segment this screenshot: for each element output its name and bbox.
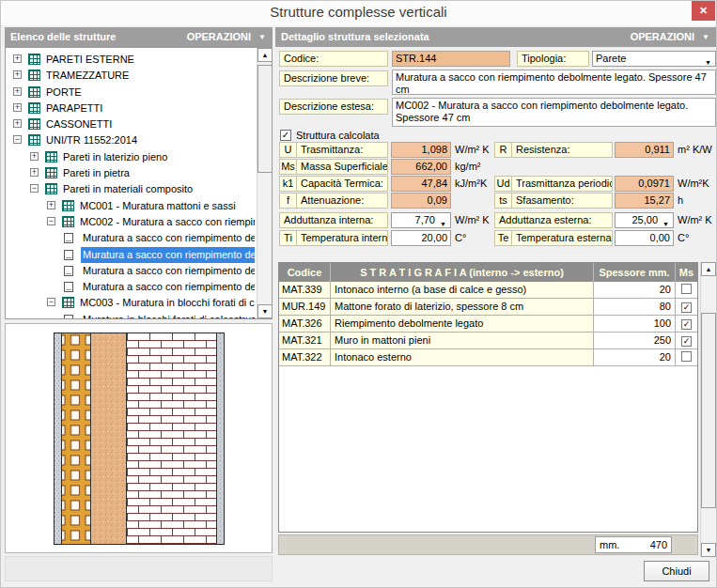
collapse-icon[interactable]: − bbox=[47, 217, 55, 225]
expand-icon[interactable]: + bbox=[47, 201, 55, 209]
temperatura-esterna-field[interactable]: 0,00 bbox=[615, 230, 674, 246]
table-scrollbar-thumb[interactable] bbox=[701, 313, 716, 508]
scroll-down-icon[interactable]: ▼ bbox=[257, 304, 273, 318]
header-codice: Codice bbox=[279, 263, 331, 282]
table-row[interactable]: MAT.321Muro in mattoni pieni250✓ bbox=[279, 333, 697, 349]
cell-ms bbox=[676, 282, 697, 298]
cell-ms: ✓ bbox=[676, 316, 697, 332]
right-operations-button[interactable]: OPERAZIONI▼ bbox=[631, 27, 709, 48]
stratigrafia-table: Codice S T R A T I G R A F I A (interno … bbox=[278, 262, 698, 533]
tree-leaf-item[interactable]: Muratura a sacco con riempimento deb bbox=[6, 247, 256, 263]
expand-icon[interactable]: + bbox=[30, 152, 39, 161]
tree-group-item[interactable]: +MC001 - Muratura mattoni e sassi bbox=[6, 198, 256, 214]
tree-leaf-item[interactable]: Muratura in blocchi forati di calcestruz… bbox=[6, 312, 256, 318]
tree-item-label: Pareti in pietra bbox=[61, 165, 255, 181]
tree-item-label: CASSONETTI bbox=[44, 116, 255, 132]
expand-icon[interactable]: + bbox=[13, 103, 22, 112]
ms-checkbox[interactable] bbox=[681, 351, 692, 362]
close-icon[interactable]: ✕ bbox=[692, 1, 715, 21]
expand-icon[interactable]: + bbox=[30, 168, 39, 177]
expand-icon[interactable]: + bbox=[13, 70, 22, 79]
unit-label: m² K/W bbox=[678, 142, 712, 158]
cell-descrizione: Muro in mattoni pieni bbox=[331, 333, 594, 348]
temperatura-interna-label: Ti Temperatura interna: bbox=[279, 230, 388, 246]
layer-icon bbox=[64, 233, 73, 243]
ms-checkbox[interactable]: ✓ bbox=[681, 302, 692, 313]
sfasamento-label: ts Sfasamento: bbox=[494, 193, 613, 209]
descrizione-breve-label: Descrizione breve: bbox=[279, 70, 388, 86]
structure-icon bbox=[45, 183, 57, 194]
cell-codice: MAT.322 bbox=[279, 349, 331, 365]
tree-leaf-item[interactable]: Muratura a sacco con riempimento deb bbox=[6, 230, 256, 246]
header-stratigrafia: S T R A T I G R A F I A (interno -> este… bbox=[331, 263, 594, 282]
table-row[interactable]: MAT.322Intonaco esterno20 bbox=[279, 349, 697, 366]
left-status-strip bbox=[5, 556, 273, 581]
descrizione-estesa-field[interactable]: MC002 - Muratura a sacco con riempimento… bbox=[392, 98, 716, 127]
tree-scrollbar-thumb[interactable] bbox=[257, 65, 273, 173]
expand-icon[interactable]: + bbox=[13, 119, 22, 128]
cell-spessore: 250 bbox=[594, 333, 676, 348]
tree-group-item[interactable]: +Pareti in laterizio pieno bbox=[6, 149, 256, 165]
chiudi-button[interactable]: Chiudi bbox=[644, 561, 709, 581]
table-row[interactable]: MAT.339Intonaco interno (a base di calce… bbox=[279, 282, 697, 299]
tree-item-label: MC002 - Muratura a sacco con riempimen bbox=[78, 214, 255, 230]
tree-group-item[interactable]: −UNI/TR 11552:2014 bbox=[6, 132, 256, 148]
tree-group-item[interactable]: −MC002 - Muratura a sacco con riempimen bbox=[6, 214, 256, 230]
left-operations-button[interactable]: OPERAZIONI▼ bbox=[187, 27, 266, 48]
scroll-up-icon[interactable]: ▲ bbox=[701, 262, 716, 276]
right-panel-header: Dettaglio struttura selezionata OPERAZIO… bbox=[275, 27, 716, 47]
cell-codice: MUR.149 bbox=[279, 299, 331, 315]
table-footer: mm. 470 bbox=[278, 534, 698, 555]
ms-checkbox[interactable]: ✓ bbox=[681, 336, 692, 347]
cell-spessore: 100 bbox=[594, 316, 676, 332]
collapse-icon[interactable]: − bbox=[13, 135, 22, 144]
collapse-icon[interactable]: − bbox=[47, 298, 55, 306]
adduttanza-interna-value: 7,70 bbox=[415, 214, 435, 225]
adduttanza-esterna-select[interactable]: 25,00 ▼ bbox=[615, 212, 674, 228]
unit-label: h bbox=[678, 193, 683, 209]
tree-group-item[interactable]: +TRAMEZZATURE bbox=[6, 68, 256, 84]
tipologia-select[interactable]: Parete ▼ bbox=[592, 51, 716, 67]
layer-icon bbox=[64, 266, 73, 276]
tree-item-label: Muratura a sacco con riempimento deb bbox=[81, 263, 255, 279]
structure-icon bbox=[62, 216, 74, 227]
tree-group-item[interactable]: −Pareti in materiali composito bbox=[6, 181, 256, 197]
descrizione-breve-field[interactable]: Muratura a sacco con riempimento debolme… bbox=[392, 70, 716, 95]
struttura-calcolata-checkbox[interactable]: ✓ bbox=[280, 130, 291, 141]
expand-icon[interactable]: + bbox=[13, 54, 22, 63]
right-panel-title: Dettaglio struttura selezionata bbox=[275, 31, 429, 42]
descrizione-estesa-label: Descrizione estesa: bbox=[279, 99, 388, 115]
scroll-down-icon[interactable]: ▼ bbox=[701, 543, 716, 557]
unit-label: kJ/m²K bbox=[455, 176, 487, 192]
tree-group-item[interactable]: +PORTE bbox=[6, 85, 256, 101]
resistenza-value: 0,911 bbox=[615, 142, 674, 158]
expand-icon[interactable]: + bbox=[13, 87, 22, 96]
structures-tree: +PARETI ESTERNE+TRAMEZZATURE+PORTE+PARAP… bbox=[5, 47, 273, 319]
structure-icon bbox=[62, 297, 74, 308]
tree-item-label: PARAPETTI bbox=[44, 101, 255, 116]
tree-leaf-item[interactable]: Muratura a sacco con riempimento deb bbox=[6, 279, 256, 295]
ms-checkbox[interactable]: ✓ bbox=[681, 319, 692, 330]
scroll-up-icon[interactable]: ▲ bbox=[257, 48, 273, 62]
trasmittanza-periodica-value: 0,0971 bbox=[615, 176, 674, 192]
left-panel-header: Elenco delle strutture OPERAZIONI▼ bbox=[5, 27, 273, 47]
title-bar: Strutture complesse verticali ✕ bbox=[1, 1, 716, 25]
tree-group-item[interactable]: +PARETI ESTERNE bbox=[6, 52, 256, 68]
tree-item-label: Muratura in blocchi forati di calcestruz… bbox=[81, 312, 255, 318]
collapse-icon[interactable]: − bbox=[30, 184, 39, 193]
cell-ms: ✓ bbox=[676, 299, 697, 315]
tree-group-item[interactable]: +Pareti in pietra bbox=[6, 165, 256, 181]
table-row[interactable]: MUR.149Mattone forato di laterizio, spes… bbox=[279, 299, 697, 316]
adduttanza-interna-select[interactable]: 7,70 ▼ bbox=[391, 212, 451, 228]
tree-item-label: MC001 - Muratura mattoni e sassi bbox=[78, 198, 255, 214]
tree-item-label: Muratura a sacco con riempimento deb bbox=[81, 279, 255, 295]
tree-group-item[interactable]: −MC003 - Muratura in blocchi forati di c… bbox=[6, 295, 256, 311]
table-row[interactable]: MAT.326Riempimento debolmente legato100✓ bbox=[279, 316, 697, 333]
temperatura-interna-field[interactable]: 20,00 bbox=[391, 230, 451, 246]
wall-section-preview bbox=[54, 333, 225, 545]
structure-icon bbox=[28, 86, 40, 98]
ms-checkbox[interactable] bbox=[681, 284, 692, 294]
tree-group-item[interactable]: +CASSONETTI bbox=[6, 116, 256, 132]
tree-leaf-item[interactable]: Muratura a sacco con riempimento deb bbox=[6, 263, 256, 279]
tree-group-item[interactable]: +PARAPETTI bbox=[6, 101, 256, 116]
